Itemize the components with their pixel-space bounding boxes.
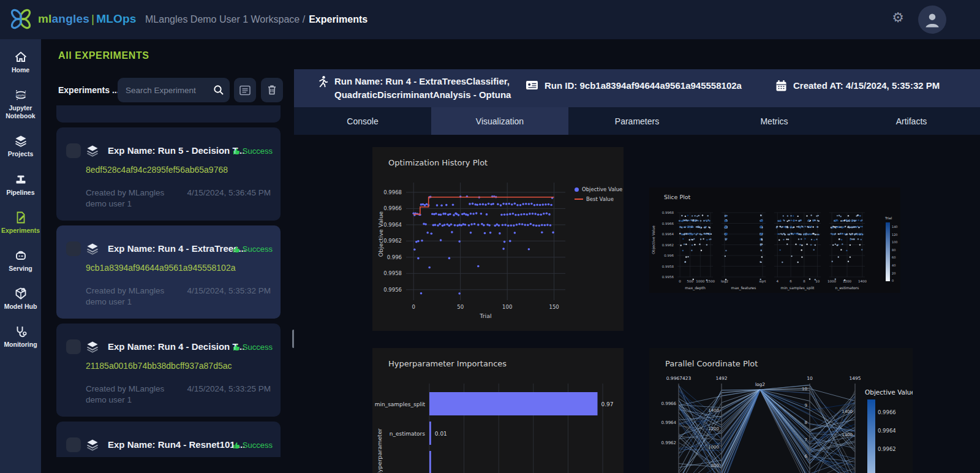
- status-badge: Success: [233, 342, 273, 352]
- experiments-list: Exp Name: Run 5 - Decision T... Success …: [56, 105, 281, 457]
- experiment-card[interactable]: Exp Name: Run 5 - Decision T... Success …: [56, 127, 281, 221]
- brand-ml: ml: [38, 12, 52, 25]
- run-id-block: Run ID: 9cb1a8394af94644a9561a945558102a: [526, 79, 742, 93]
- svg-text:0.97: 0.97: [601, 401, 614, 407]
- svg-text:0.9964: 0.9964: [383, 222, 402, 228]
- legend-label: Best Value: [586, 196, 614, 202]
- home-icon: [14, 50, 28, 64]
- tab-parameters[interactable]: Parameters: [568, 107, 706, 135]
- experiments-list-label: Experiments ...: [58, 78, 119, 102]
- svg-text:50: 50: [457, 304, 464, 310]
- experiment-card[interactable]: Exp Name: Run 4 - Decision T... Success …: [56, 324, 281, 417]
- svg-text:140: 140: [892, 225, 898, 229]
- experiment-card[interactable]: Exp Name: Run4 - Resnet101 ... Success 3…: [56, 422, 281, 457]
- svg-text:n_estimators: n_estimators: [835, 286, 859, 290]
- importances-bar-chart: min_samples_split0.97n_estimators0.01: [372, 348, 624, 473]
- slice-plot-panel: Slice Plot Objective Value 0.99680.99660…: [649, 187, 900, 293]
- chart-title: Slice Plot: [664, 194, 690, 200]
- experiment-checkbox[interactable]: [66, 339, 81, 354]
- svg-text:0.9958: 0.9958: [662, 265, 674, 268]
- svg-text:1492: 1492: [715, 376, 727, 381]
- svg-text:8: 8: [805, 420, 807, 425]
- sidebar-item-jupyter-notebook[interactable]: jupyter Jupyter Notebook: [0, 88, 41, 120]
- svg-text:log2: log2: [721, 279, 728, 284]
- experiment-id: 9cb1a8394af94644a9561a945558102a: [86, 263, 235, 273]
- experiment-id: 21185a0016b74bb38dbcff937a87d5ac: [86, 361, 232, 371]
- experiment-checkbox[interactable]: [66, 241, 81, 256]
- svg-text:0: 0: [679, 279, 681, 283]
- user-avatar[interactable]: [918, 6, 946, 34]
- svg-text:1500: 1500: [706, 279, 715, 283]
- calendar-icon: [775, 80, 787, 92]
- optimization-history-chart: 0.99680.99660.99640.99620.9960.99580.995…: [372, 147, 624, 331]
- svg-text:0.9964: 0.9964: [662, 420, 677, 425]
- svg-text:0.9962: 0.9962: [662, 243, 674, 247]
- run-created-block: Created AT: 4/15/2024, 5:35:32 PM: [775, 79, 940, 93]
- search-input[interactable]: [118, 78, 209, 102]
- x-axis-label: Trial: [406, 312, 565, 319]
- parallel-coordinate-chart: 0.99674230.99660.99640.99621492140012001…: [649, 366, 913, 473]
- legend-dot-marker: [575, 187, 579, 192]
- tab-visualization[interactable]: Visualization: [431, 107, 568, 135]
- svg-text:40: 40: [892, 263, 895, 267]
- experiment-checkbox[interactable]: [66, 143, 81, 158]
- search-icon[interactable]: [213, 84, 225, 96]
- svg-text:1000: 1000: [696, 279, 704, 283]
- svg-text:0.9956: 0.9956: [662, 275, 674, 279]
- sidebar-nav: Home jupyter Jupyter Notebook Projects P…: [0, 39, 41, 473]
- svg-text:1400: 1400: [842, 409, 853, 414]
- settings-gear-icon[interactable]: ⚙: [892, 11, 904, 25]
- sidebar-item-projects[interactable]: Projects: [0, 134, 41, 158]
- experiment-checkbox[interactable]: [66, 437, 81, 452]
- sidebar-item-serving[interactable]: Serving: [0, 249, 41, 273]
- svg-text:10: 10: [807, 376, 813, 381]
- brand-text: mlangles|MLOps: [38, 12, 137, 26]
- svg-text:800: 800: [711, 463, 719, 468]
- svg-text:0.9962: 0.9962: [878, 446, 896, 452]
- status-text: Success: [243, 244, 273, 254]
- pipeline-valve-icon: [14, 173, 28, 186]
- sidebar-item-monitoring[interactable]: Monitoring: [0, 325, 41, 349]
- svg-text:20: 20: [892, 271, 895, 275]
- svg-text:6: 6: [805, 454, 808, 459]
- delete-button[interactable]: [261, 78, 283, 102]
- run-id-text: Run ID: 9cb1a8394af94644a9561a945558102a: [545, 79, 742, 93]
- sidebar-item-label: Home: [12, 66, 29, 74]
- svg-text:min_samples_split: min_samples_split: [375, 401, 426, 407]
- status-text: Success: [243, 441, 273, 450]
- svg-text:min_samples_split: min_samples_split: [781, 286, 815, 290]
- tab-metrics[interactable]: Metrics: [706, 107, 843, 135]
- list-view-button[interactable]: [234, 78, 256, 102]
- svg-text:1400: 1400: [708, 408, 719, 413]
- main-content: All EXPERIMENTS Experiments ... Exp Name…: [41, 39, 980, 473]
- brand-divider: |: [91, 12, 94, 25]
- tab-artifacts[interactable]: Artifacts: [843, 107, 980, 135]
- svg-text:1400: 1400: [858, 279, 867, 283]
- sidebar-item-pipelines[interactable]: Pipelines: [0, 173, 41, 197]
- experiment-name: Exp Name: Run 4 - ExtraTrees...: [108, 243, 246, 254]
- experiment-card-selected[interactable]: Exp Name: Run 4 - ExtraTrees... Success …: [56, 225, 281, 319]
- page-title: All EXPERIMENTS: [58, 50, 149, 61]
- svg-text:0.9956: 0.9956: [383, 287, 402, 293]
- chart-legend: Objective Value Best Value: [575, 186, 622, 206]
- status-badge: Success: [233, 441, 273, 450]
- svg-text:Objective Value: Objective Value: [865, 388, 913, 396]
- experiment-name: Exp Name: Run4 - Resnet101 ...: [108, 439, 245, 450]
- tab-console[interactable]: Console: [294, 107, 431, 135]
- sidebar-item-model-hub[interactable]: Model Hub: [0, 287, 41, 311]
- svg-text:9: 9: [805, 403, 807, 408]
- svg-text:10: 10: [802, 387, 807, 392]
- thumbs-up-icon: [233, 148, 240, 155]
- experiment-card-partial[interactable]: [56, 105, 281, 123]
- sidebar-item-experiments[interactable]: Experiments: [0, 211, 41, 235]
- svg-text:100: 100: [892, 240, 898, 244]
- created-at: 4/15/2024, 5:33:25 PM: [187, 384, 271, 406]
- svg-text:0.996: 0.996: [387, 254, 402, 260]
- svg-text:0.9966: 0.9966: [878, 409, 896, 415]
- svg-text:0.9958: 0.9958: [383, 270, 402, 276]
- svg-text:n_estimators: n_estimators: [390, 431, 425, 437]
- layers-icon: [14, 134, 28, 148]
- svg-text:120: 120: [892, 233, 898, 236]
- run-info-bar: Run Name: Run 4 - ExtraTreesClassifier, …: [294, 69, 980, 107]
- sidebar-item-home[interactable]: Home: [0, 50, 41, 74]
